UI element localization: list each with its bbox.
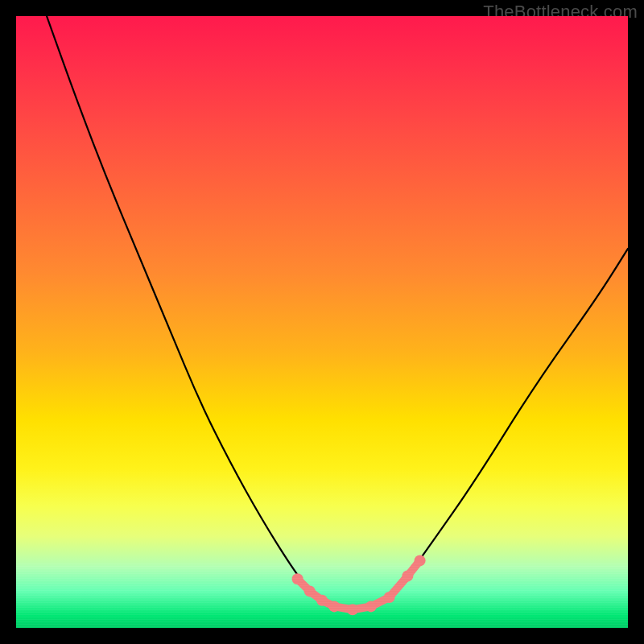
marker-dot (402, 570, 413, 581)
chart-frame: TheBottleneck.com (0, 0, 644, 644)
bottleneck-curve (47, 16, 628, 609)
bottleneck-range-markers (292, 555, 426, 615)
marker-dot (304, 585, 316, 597)
plot-area (16, 16, 628, 628)
marker-connector (298, 560, 420, 609)
marker-dot (292, 573, 303, 584)
marker-dot (347, 604, 358, 615)
marker-dot (384, 592, 395, 603)
marker-dot (415, 555, 426, 566)
marker-dot (365, 601, 377, 612)
marker-dot (328, 601, 340, 612)
curve-layer (16, 16, 628, 628)
marker-dot (316, 595, 328, 606)
